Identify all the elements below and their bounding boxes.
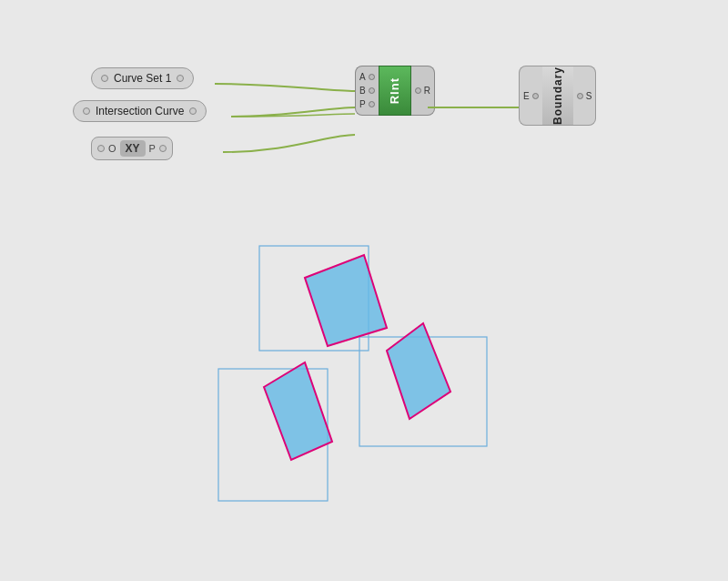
curve-set-label: Curve Set 1 bbox=[114, 72, 171, 85]
rint-port-p: P bbox=[359, 99, 375, 109]
wire-curveset-a bbox=[215, 84, 355, 91]
viewport-canvas bbox=[209, 219, 555, 537]
rint-left-ports: A B P bbox=[355, 66, 379, 116]
boundary-right-ports: S bbox=[573, 66, 597, 126]
intersection-label: Intersection Curve bbox=[96, 105, 184, 117]
curve-set-port-left bbox=[101, 75, 108, 82]
boundary-e-label: E bbox=[523, 91, 530, 101]
rint-b-label: B bbox=[359, 86, 366, 96]
rint-p-label: P bbox=[359, 99, 366, 109]
filled-poly-1 bbox=[305, 255, 387, 346]
xy-label: XY bbox=[120, 140, 146, 157]
rint-port-a: A bbox=[359, 72, 375, 82]
boundary-port-s: S bbox=[577, 91, 592, 101]
rint-r-label: R bbox=[424, 86, 430, 96]
xy-port-left bbox=[97, 145, 105, 152]
filled-poly-3 bbox=[264, 362, 332, 460]
shapes-svg bbox=[209, 219, 555, 537]
boundary-e-dot bbox=[532, 93, 539, 99]
curve-set-node[interactable]: Curve Set 1 bbox=[91, 67, 194, 89]
rint-a-label: A bbox=[359, 72, 366, 82]
boundary-port-e: E bbox=[523, 91, 539, 101]
curve-set-port-right bbox=[177, 75, 184, 82]
rint-right-ports: R bbox=[411, 66, 435, 116]
xy-node[interactable]: O XY P bbox=[91, 137, 173, 160]
xy-port-right bbox=[159, 145, 167, 152]
intersection-port-left bbox=[83, 107, 90, 115]
rint-port-b: B bbox=[359, 86, 375, 96]
rint-node[interactable]: A B P RInt R bbox=[355, 66, 435, 116]
rint-port-r: R bbox=[415, 86, 430, 96]
boundary-s-label: S bbox=[586, 91, 592, 101]
rint-p-dot bbox=[369, 101, 375, 107]
rint-a-dot bbox=[369, 74, 375, 80]
rint-body: RInt bbox=[379, 66, 411, 116]
intersection-port-right bbox=[189, 107, 197, 115]
xy-p-label: P bbox=[149, 143, 156, 154]
rint-label: RInt bbox=[388, 77, 401, 104]
boundary-s-dot bbox=[577, 93, 583, 99]
boundary-node[interactable]: E Boundary S bbox=[519, 66, 596, 126]
boundary-body: Boundary bbox=[542, 66, 573, 126]
filled-poly-2 bbox=[387, 323, 450, 419]
rint-r-dot bbox=[415, 87, 421, 94]
boundary-label: Boundary bbox=[551, 66, 564, 125]
intersection-curve-node[interactable]: Intersection Curve bbox=[73, 100, 207, 122]
wire-intersection-b2 bbox=[231, 114, 355, 117]
wire-xy-p bbox=[223, 135, 355, 152]
boundary-left-ports: E bbox=[519, 66, 542, 126]
wire-intersection-b bbox=[231, 107, 355, 117]
xy-o-label: O bbox=[108, 143, 116, 154]
rint-b-dot bbox=[369, 87, 375, 94]
